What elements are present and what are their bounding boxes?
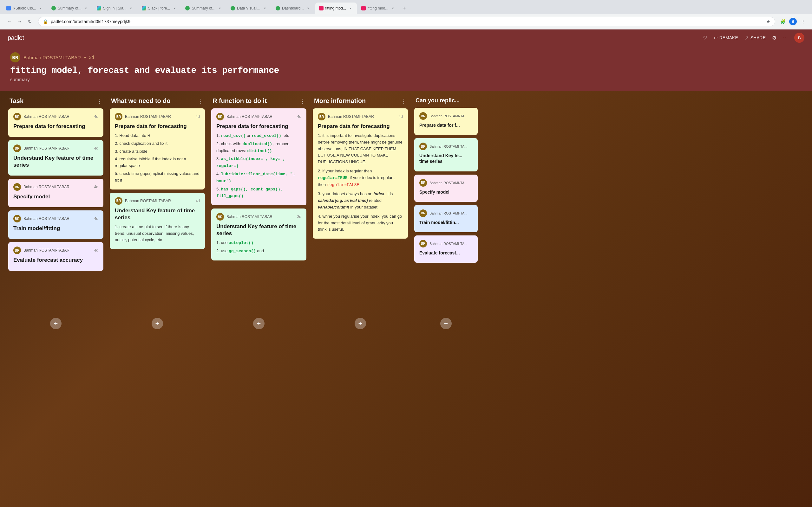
column-what-menu[interactable]: ⋮: [198, 98, 204, 105]
menu-icon[interactable]: ⋮: [799, 18, 807, 25]
tab-fitting2[interactable]: fitting mod... ×: [357, 3, 399, 14]
column-r-menu[interactable]: ⋮: [299, 98, 305, 105]
card-r-prepare: BR Bahman ROSTAMI-TABAR 4d Prepare data …: [211, 108, 306, 205]
back-button[interactable]: ←: [5, 17, 14, 26]
tab-close-rstudio[interactable]: ×: [38, 6, 43, 11]
column-r-title: R function to do it: [212, 97, 267, 105]
tab-datavis[interactable]: Data Visuali... ×: [227, 3, 271, 14]
tab-dashboard[interactable]: Dashboard... ×: [272, 3, 315, 14]
card-task-prepare: BR Bahman ROSTAMI-TABAR 4d Prepare data …: [8, 108, 103, 137]
card-author-row: BR Bahman ROSTAMI-TABAR 4d: [318, 113, 403, 120]
add-card-what-button[interactable]: +: [152, 318, 163, 329]
remake-label: REMAKE: [719, 35, 738, 40]
card-title: Prepare data for forecasting: [115, 123, 200, 130]
nav-buttons: ← → ↻: [5, 17, 34, 26]
settings-button[interactable]: ⚙: [772, 35, 776, 41]
card-avatar: BR: [419, 112, 427, 120]
user-avatar-button[interactable]: B: [794, 33, 804, 43]
tab-fitting1[interactable]: fitting mod... ×: [315, 3, 357, 14]
card-author-name: Bahman ROSTAMI-TA...: [429, 114, 467, 118]
card-author-row: BR Bahman ROSTAMI-TABAR 4d: [13, 183, 98, 191]
card-author-row: BR Bahman ROSTAMI-TABAR 4d: [13, 145, 98, 152]
share-button[interactable]: ↗ SHARE: [745, 35, 766, 41]
card-author-row: BR Bahman ROSTAMI-TA...: [419, 143, 473, 150]
card-author-row: BR Bahman ROSTAMI-TA...: [419, 240, 473, 247]
padlet-logo[interactable]: padlet: [8, 34, 24, 42]
tab-slack-fore[interactable]: Slack | fore... ×: [138, 3, 181, 14]
column-more-info: More information ⋮ BR Bahman ROSTAMI-TAB…: [313, 97, 408, 306]
card-author-name: Bahman ROSTAMI-TABAR: [23, 185, 69, 189]
tab-close-fitting2[interactable]: ×: [390, 6, 395, 11]
tab-summary2[interactable]: Summary of... ×: [182, 3, 226, 14]
forward-button[interactable]: →: [15, 17, 24, 26]
tab-summary1[interactable]: Summary of... ×: [48, 3, 92, 14]
add-card-r-button[interactable]: +: [253, 318, 264, 329]
column-task-menu[interactable]: ⋮: [96, 98, 102, 105]
tab-close-summary1[interactable]: ×: [84, 6, 89, 11]
card-title: Understand Key feature of time series: [115, 207, 200, 221]
column-task-header: Task ⋮: [8, 97, 103, 105]
column-replicate: Can you replic... BR Bahman ROSTAMI-TA..…: [414, 97, 478, 306]
add-card-replicate-button[interactable]: +: [440, 318, 452, 329]
reload-button[interactable]: ↻: [26, 17, 34, 26]
card-title: Train model/fittin...: [419, 220, 473, 225]
tab-slack-signin[interactable]: Sign in | Sla... ×: [93, 3, 137, 14]
add-column-r: +: [211, 313, 306, 329]
column-r-function: R function to do it ⋮ BR Bahman ROSTAMI-…: [211, 97, 306, 306]
add-column-replicate: +: [414, 313, 478, 329]
tab-close-dashboard[interactable]: ×: [306, 6, 311, 11]
share-label: SHARE: [751, 35, 766, 40]
card-replicate-4: BR Bahman ROSTAMI-TA... Train model/fitt…: [414, 205, 478, 232]
tab-rstudio[interactable]: RStudio Clo... ×: [3, 3, 47, 14]
card-author-name: Bahman ROSTAMI-TABAR: [23, 248, 69, 252]
column-more-menu[interactable]: ⋮: [401, 98, 407, 105]
new-tab-button[interactable]: +: [400, 4, 409, 13]
card-time: 4d: [94, 248, 98, 252]
topbar-right: ♡ ↩ REMAKE ↗ SHARE ⚙ ⋯ B: [703, 33, 804, 43]
address-bar[interactable]: 🔒 padlet.com/brostamit/d0kt1737meypdjk9 …: [38, 17, 775, 26]
card-author-name: Bahman ROSTAMI-TABAR: [23, 146, 69, 151]
add-card-more-button[interactable]: +: [355, 318, 366, 329]
card-replicate-1: BR Bahman ROSTAMI-TA... Prepare data for…: [414, 108, 478, 135]
remake-button[interactable]: ↩ REMAKE: [713, 35, 738, 41]
card-what-understand: BR Bahman ROSTAMI-TABAR 4d Understand Ke…: [110, 193, 205, 249]
card-author-row: BR Bahman ROSTAMI-TABAR 4d: [13, 113, 98, 120]
card-content: 1. Read data into R 2. check duplication…: [115, 132, 200, 184]
card-content: 1. read_csv() or read_excel(), etc 2. ch…: [216, 132, 301, 200]
card-title: Understand Key fe... time series: [419, 153, 473, 164]
card-author-row: BR Bahman ROSTAMI-TABAR 4d: [115, 197, 200, 205]
add-buttons-row: + + + + +: [0, 313, 812, 329]
extensions-icon[interactable]: 🧩: [779, 18, 786, 25]
tab-close-datavis[interactable]: ×: [262, 6, 267, 11]
card-author-name: Bahman ROSTAMI-TA...: [429, 242, 467, 245]
board-title: fitting model, forecast and evaluate its…: [10, 66, 802, 75]
column-replicate-header: Can you replic...: [414, 97, 478, 104]
more-button[interactable]: ⋯: [783, 35, 788, 41]
card-author-name: Bahman ROSTAMI-TABAR: [23, 114, 69, 119]
card-author-name: Bahman ROSTAMI-TA...: [429, 181, 467, 185]
card-replicate-3: BR Bahman ROSTAMI-TA... Specify model: [414, 175, 478, 202]
tab-close-summary2[interactable]: ×: [217, 6, 222, 11]
column-what-header: What we need to do ⋮: [110, 97, 205, 105]
card-title: Specify model: [13, 193, 98, 200]
card-what-prepare: BR Bahman ROSTAMI-TABAR 4d Prepare data …: [110, 108, 205, 189]
card-time: 4d: [94, 185, 98, 189]
card-title: Understand Key feature of time series: [216, 223, 301, 237]
card-task-specify: BR Bahman ROSTAMI-TABAR 4d Specify model: [8, 179, 103, 207]
padlet-app: padlet ♡ ↩ REMAKE ↗ SHARE ⚙ ⋯ B: [0, 30, 812, 507]
heart-icon: ♡: [703, 35, 707, 41]
profile-icon[interactable]: B: [789, 18, 797, 25]
tab-close-slack-fore[interactable]: ×: [172, 6, 177, 11]
card-title: Understand Key feature of time series: [13, 155, 98, 169]
card-avatar: BR: [13, 113, 21, 120]
add-card-task-button[interactable]: +: [50, 318, 61, 329]
url-text: padlet.com/brostamit/d0kt1737meypdjk9: [51, 19, 131, 24]
card-author-row: BR Bahman ROSTAMI-TABAR 4d: [13, 215, 98, 222]
board-author-avatar: BR: [10, 52, 20, 62]
tab-close-fitting1[interactable]: ×: [348, 6, 353, 11]
card-author-name: Bahman ROSTAMI-TABAR: [226, 215, 272, 219]
card-author-name: Bahman ROSTAMI-TABAR: [125, 199, 171, 203]
add-column-what: +: [110, 313, 205, 329]
heart-button[interactable]: ♡: [703, 35, 707, 41]
tab-close-slack-signin[interactable]: ×: [129, 6, 134, 11]
